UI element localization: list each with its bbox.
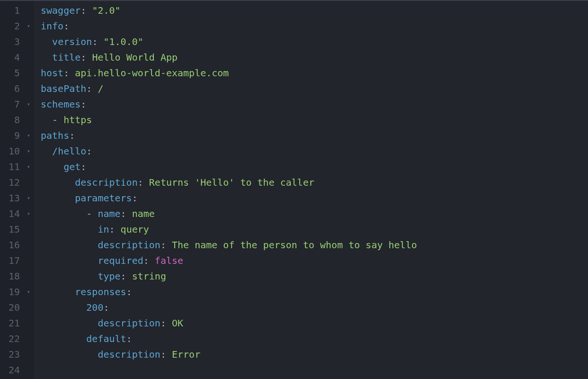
indent [41, 237, 98, 253]
gutter-line: 9▾ [0, 128, 30, 144]
line-number: 9 [14, 128, 24, 144]
code-line[interactable]: responses: [41, 284, 588, 300]
fold-toggle-icon[interactable]: ▾ [25, 190, 30, 206]
fold-toggle-icon[interactable]: ▾ [25, 128, 30, 144]
token-plain: Error [172, 347, 200, 362]
token-colon: : [80, 97, 86, 112]
indent [41, 269, 98, 284]
code-line[interactable]: - https [41, 112, 588, 128]
indent [41, 144, 52, 159]
token-colon: : [109, 222, 121, 237]
token-colon: : [86, 144, 92, 159]
code-line[interactable]: basePath: / [41, 81, 588, 97]
line-number: 5 [14, 65, 24, 81]
code-line[interactable]: info: [41, 18, 588, 34]
code-line[interactable]: required: false [41, 253, 588, 269]
line-number: 15 [9, 222, 24, 237]
token-plain: api.hello-world-example.com [75, 65, 229, 81]
code-line[interactable]: - name: name [41, 206, 588, 222]
fold-toggle-icon[interactable]: ▾ [25, 97, 30, 112]
token-colon: : [160, 347, 172, 362]
gutter-line: 5 [0, 65, 30, 81]
token-colon: : [121, 269, 132, 284]
code-area[interactable]: swagger: "2.0"info: version: "1.0.0" tit… [34, 1, 588, 379]
token-key: 200 [86, 300, 103, 316]
token-colon: : [86, 81, 98, 97]
gutter-line: 8 [0, 112, 30, 128]
token-plain: The name of the person to whom to say he… [172, 237, 417, 253]
code-line[interactable]: paths: [41, 128, 588, 144]
indent [41, 331, 86, 347]
gutter-line: 21 [0, 316, 30, 331]
token-key: required [98, 253, 143, 269]
token-key: description [98, 347, 160, 362]
gutter-line: 7▾ [0, 97, 30, 112]
token-key: schemes [41, 97, 80, 112]
token-str: "2.0" [92, 3, 120, 18]
token-plain: https [63, 112, 92, 128]
code-line[interactable]: get: [41, 159, 588, 175]
code-line[interactable] [41, 362, 588, 378]
line-number: 2 [14, 18, 24, 34]
code-line[interactable]: in: query [41, 222, 588, 237]
token-key: info [41, 18, 63, 34]
token-colon: : [143, 253, 155, 269]
token-key: get [63, 159, 80, 175]
indent [41, 316, 98, 331]
code-line[interactable]: swagger: "2.0" [41, 3, 588, 18]
line-number: 22 [9, 331, 24, 347]
token-dash: - [86, 206, 98, 222]
line-number: 24 [9, 362, 24, 378]
fold-toggle-icon[interactable]: ▾ [25, 159, 30, 175]
code-line[interactable]: default: [41, 331, 588, 347]
line-number: 20 [9, 300, 24, 316]
indent [41, 284, 75, 300]
line-number: 6 [14, 81, 24, 97]
gutter-line: 19▾ [0, 284, 30, 300]
code-line[interactable]: schemes: [41, 97, 588, 112]
fold-toggle-icon[interactable]: ▾ [25, 284, 30, 300]
line-number: 16 [9, 237, 24, 253]
gutter-line: 15 [0, 222, 30, 237]
gutter-line: 24 [0, 362, 30, 378]
code-line[interactable]: type: string [41, 269, 588, 284]
indent [41, 50, 52, 65]
token-colon: : [80, 3, 92, 18]
code-line[interactable]: 200: [41, 300, 588, 316]
indent [41, 159, 63, 175]
token-colon: : [92, 34, 103, 50]
token-plain: / [98, 81, 103, 97]
code-line[interactable]: version: "1.0.0" [41, 34, 588, 50]
token-dash: - [52, 112, 63, 128]
line-number: 23 [9, 347, 24, 362]
line-number: 7 [14, 97, 24, 112]
code-editor[interactable]: 12▾34567▾89▾10▾11▾1213▾14▾1516171819▾202… [0, 1, 588, 379]
token-key: description [98, 316, 160, 331]
gutter-line: 4 [0, 50, 30, 65]
indent [41, 347, 98, 362]
gutter-line: 18 [0, 269, 30, 284]
fold-toggle-icon[interactable]: ▾ [25, 18, 30, 34]
line-number: 12 [9, 175, 24, 190]
code-line[interactable]: title: Hello World App [41, 50, 588, 65]
fold-toggle-icon[interactable]: ▾ [25, 206, 30, 222]
token-key: parameters [75, 190, 132, 206]
code-line[interactable]: description: OK [41, 316, 588, 331]
line-number: 13 [9, 190, 24, 206]
gutter-line: 16 [0, 237, 30, 253]
gutter-line: 14▾ [0, 206, 30, 222]
fold-toggle-icon[interactable]: ▾ [25, 144, 30, 159]
gutter-line: 11▾ [0, 159, 30, 175]
token-plain: OK [172, 316, 183, 331]
code-line[interactable]: parameters: [41, 190, 588, 206]
indent [41, 222, 98, 237]
line-gutter: 12▾34567▾89▾10▾11▾1213▾14▾1516171819▾202… [0, 1, 34, 379]
code-line[interactable]: description: Error [41, 347, 588, 362]
code-line[interactable]: description: The name of the person to w… [41, 237, 588, 253]
code-line[interactable]: /hello: [41, 144, 588, 159]
code-line[interactable]: description: Returns 'Hello' to the call… [41, 175, 588, 190]
code-line[interactable]: host: api.hello-world-example.com [41, 65, 588, 81]
indent [41, 175, 75, 190]
line-number: 4 [14, 50, 24, 65]
token-plain: Hello World App [92, 50, 178, 65]
